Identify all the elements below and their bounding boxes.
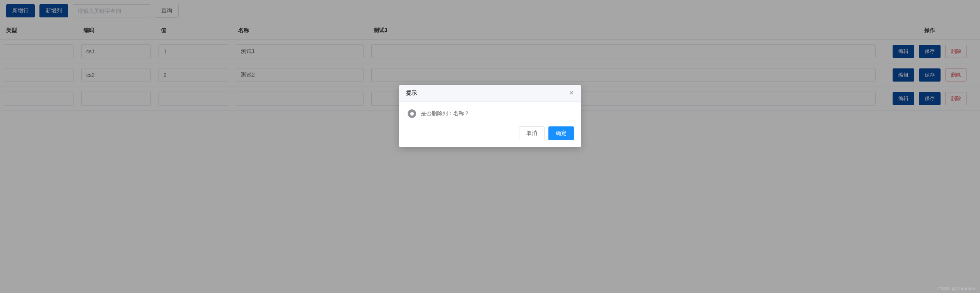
- dialog-title: 提示: [406, 90, 417, 97]
- dialog-header: 提示 ✕: [399, 85, 581, 102]
- info-icon: [408, 109, 416, 118]
- confirm-dialog: 提示 ✕ 是否删除列：名称？ 取消 确定: [399, 85, 581, 147]
- watermark: CSDN @Zero0ber: [937, 286, 975, 291]
- close-icon[interactable]: ✕: [569, 90, 574, 96]
- confirm-button[interactable]: 确定: [548, 126, 574, 140]
- cancel-button[interactable]: 取消: [519, 126, 545, 140]
- dialog-footer: 取消 确定: [399, 122, 581, 147]
- dialog-message: 是否删除列：名称？: [421, 110, 470, 117]
- dialog-body: 是否删除列：名称？: [399, 102, 581, 122]
- modal-backdrop[interactable]: 提示 ✕ 是否删除列：名称？ 取消 确定: [0, 0, 980, 293]
